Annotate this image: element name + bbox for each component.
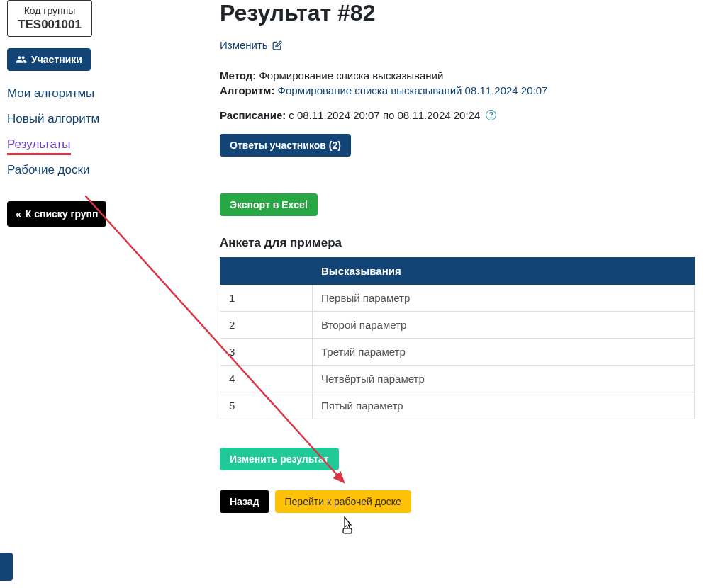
nav-link-new-algorithm[interactable]: Новый алгоритм	[7, 112, 99, 125]
change-link[interactable]: Изменить	[220, 39, 282, 51]
cell-number: 2	[220, 312, 313, 339]
cell-text: Четвёртый параметр	[313, 366, 695, 392]
back-to-groups-button[interactable]: « К списку групп	[7, 201, 106, 227]
schedule-value: с 08.11.2024 20:07 по 08.11.2024 20:24	[289, 109, 480, 121]
result-table: Высказывания 1 Первый параметр 2 Второй …	[220, 257, 695, 419]
algorithm-row: Алгоритм: Формирование списка высказыван…	[220, 84, 726, 96]
cell-number: 4	[220, 366, 313, 392]
sidebar: Код группы TES001001 Участники Мои алгор…	[7, 0, 131, 513]
table-row: 1 Первый параметр	[220, 285, 695, 312]
table-row: 3 Третий параметр	[220, 339, 695, 366]
table-row: 2 Второй параметр	[220, 312, 695, 339]
schedule-label: Расписание:	[220, 109, 286, 121]
back-button[interactable]: Назад	[220, 490, 269, 513]
bottom-left-tab[interactable]	[0, 553, 13, 581]
cell-number: 5	[220, 392, 313, 419]
group-code-value: TES001001	[15, 18, 84, 32]
table-title: Анкета для примера	[220, 236, 726, 250]
cell-text: Третий параметр	[313, 339, 695, 366]
cell-number: 1	[220, 285, 313, 312]
change-link-label: Изменить	[220, 39, 268, 51]
nav-link-boards[interactable]: Рабочие доски	[7, 163, 89, 176]
double-chevron-left-icon: «	[16, 208, 21, 220]
page-title: Результат #82	[220, 0, 726, 26]
edit-result-button[interactable]: Изменить результат	[220, 448, 339, 470]
svg-rect-2	[343, 528, 352, 533]
method-label: Метод:	[220, 69, 256, 81]
schedule-row: Расписание: с 08.11.2024 20:07 по 08.11.…	[220, 109, 496, 121]
cell-text: Пятый параметр	[313, 392, 695, 419]
cell-text: Первый параметр	[313, 285, 695, 312]
nav-item-my-algorithms[interactable]: Мои алгоритмы	[7, 86, 131, 101]
method-row: Метод: Формирование списка высказываний	[220, 69, 726, 81]
cursor-pointer-icon	[339, 516, 356, 536]
nav-link-my-algorithms[interactable]: Мои алгоритмы	[7, 86, 94, 100]
algorithm-link[interactable]: Формирование списка высказываний 08.11.2…	[278, 84, 548, 96]
goto-board-button[interactable]: Перейти к рабочей доске	[275, 490, 411, 513]
table-header-number	[220, 258, 313, 285]
group-code-box: Код группы TES001001	[7, 0, 92, 37]
group-code-label: Код группы	[15, 5, 84, 16]
participant-answers-button[interactable]: Ответы участников (2)	[220, 134, 351, 157]
back-to-groups-label: К списку групп	[26, 208, 99, 220]
nav-item-new-algorithm[interactable]: Новый алгоритм	[7, 112, 131, 126]
help-icon[interactable]: ?	[486, 110, 496, 120]
table-row: 5 Пятый параметр	[220, 392, 695, 419]
table-header-text: Высказывания	[313, 258, 695, 285]
nav-item-boards[interactable]: Рабочие доски	[7, 163, 131, 177]
participants-button-label: Участники	[31, 54, 82, 65]
nav-link-results[interactable]: Результаты	[7, 137, 71, 155]
method-value: Формирование списка высказываний	[259, 69, 443, 81]
users-icon	[16, 54, 27, 65]
main-content: Результат #82 Изменить Метод: Формирован…	[131, 0, 726, 513]
edit-icon	[272, 40, 282, 50]
cell-text: Второй параметр	[313, 312, 695, 339]
cell-number: 3	[220, 339, 313, 366]
participants-button[interactable]: Участники	[7, 48, 91, 71]
nav-item-results[interactable]: Результаты	[7, 137, 131, 152]
sidebar-nav: Мои алгоритмы Новый алгоритм Результаты …	[7, 86, 131, 177]
export-excel-button[interactable]: Экспорт в Excel	[220, 193, 318, 216]
table-row: 4 Четвёртый параметр	[220, 366, 695, 392]
algorithm-label: Алгоритм:	[220, 84, 274, 96]
